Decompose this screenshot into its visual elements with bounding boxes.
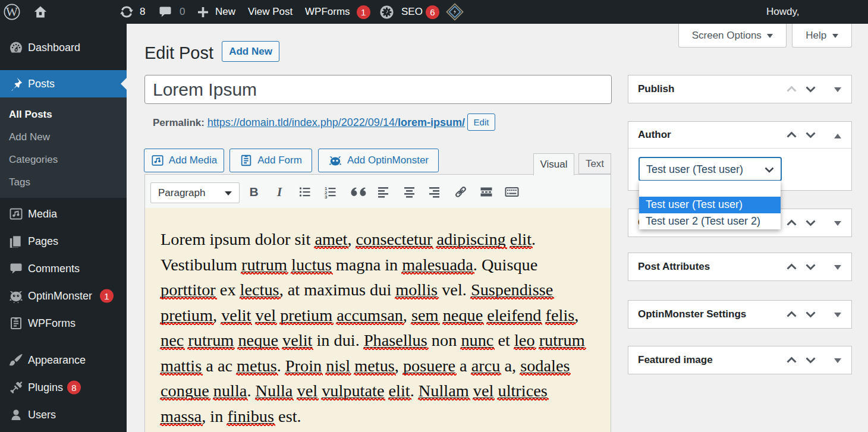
svg-text:3: 3 bbox=[325, 194, 328, 200]
svg-text:W: W bbox=[6, 5, 18, 19]
svg-text:B: B bbox=[249, 185, 258, 198]
svg-text:I: I bbox=[276, 185, 282, 199]
